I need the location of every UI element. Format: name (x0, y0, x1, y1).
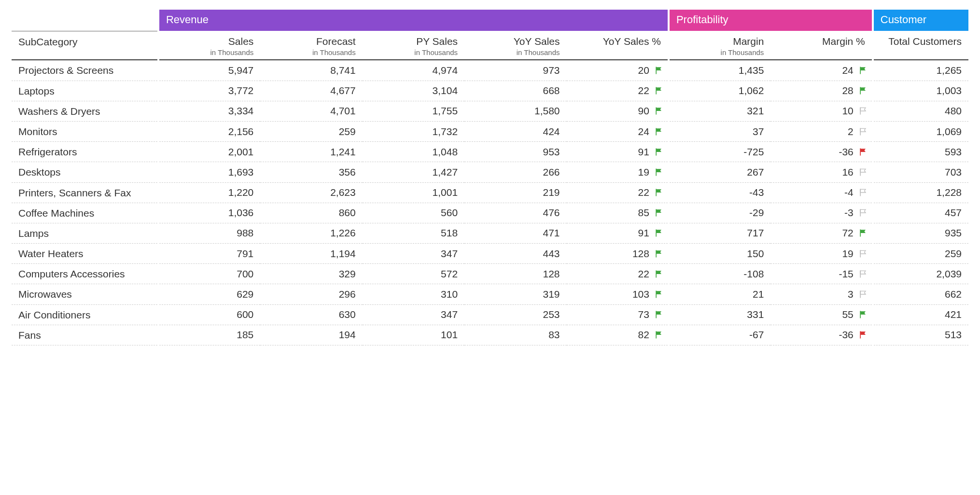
table-row[interactable]: Water Heaters7911,19434744312815019259 (12, 244, 968, 264)
flag-icon (858, 289, 868, 299)
cell-margin-pct: -36 (770, 142, 872, 162)
cell-yoy-pct: 103 (567, 284, 669, 304)
cell-subcategory: Projectors & Screens (12, 60, 158, 81)
flag-icon (858, 86, 868, 96)
cell-forecast: 860 (260, 203, 362, 223)
table-row[interactable]: Fans1851941018382-67-36513 (12, 325, 968, 345)
cell-forecast: 4,677 (260, 81, 362, 101)
cell-yoy-pct: 85 (567, 203, 669, 223)
flag-icon (858, 188, 868, 197)
cell-customers: 259 (873, 244, 968, 264)
column-header-margin-pct[interactable]: Margin % (770, 31, 872, 60)
cell-margin: 21 (669, 284, 770, 304)
cell-sales: 700 (158, 264, 260, 284)
cell-margin: 1,435 (669, 60, 770, 81)
flag-icon (654, 249, 664, 259)
cell-yoy-sales: 128 (464, 264, 566, 284)
cell-py-sales: 1,048 (363, 142, 464, 162)
flag-icon (654, 310, 664, 319)
column-header-yoy-sales[interactable]: YoY Salesin Thousands (464, 31, 566, 60)
cell-margin: 37 (669, 121, 770, 141)
cell-yoy-pct: 91 (567, 142, 669, 162)
cell-customers: 1,265 (873, 60, 968, 81)
flag-icon (654, 269, 664, 279)
cell-customers: 421 (873, 304, 968, 325)
flag-icon (654, 66, 664, 75)
cell-yoy-sales: 83 (464, 325, 566, 345)
cell-sales: 2,001 (158, 142, 260, 162)
cell-yoy-sales: 424 (464, 121, 566, 141)
cell-py-sales: 310 (363, 284, 464, 304)
cell-yoy-sales: 253 (464, 304, 566, 325)
flag-icon (654, 147, 664, 157)
table-row[interactable]: Desktops1,6933561,4272661926716703 (12, 162, 968, 182)
cell-yoy-sales: 266 (464, 162, 566, 182)
flag-icon (858, 310, 868, 319)
cell-sales: 1,036 (158, 203, 260, 223)
cell-forecast: 1,194 (260, 244, 362, 264)
cell-yoy-pct: 91 (567, 223, 669, 243)
cell-margin-pct: 16 (770, 162, 872, 182)
cell-subcategory: Lamps (12, 223, 158, 243)
cell-forecast: 329 (260, 264, 362, 284)
column-header-margin[interactable]: Marginin Thousands (669, 31, 770, 60)
cell-sales: 629 (158, 284, 260, 304)
cell-forecast: 296 (260, 284, 362, 304)
column-header-sales[interactable]: Salesin Thousands (158, 31, 260, 60)
cell-yoy-pct: 20 (567, 60, 669, 81)
table-row[interactable]: Laptops3,7724,6773,104668221,062281,003 (12, 81, 968, 101)
cell-yoy-pct: 128 (567, 244, 669, 264)
cell-yoy-sales: 668 (464, 81, 566, 101)
table-row[interactable]: Printers, Scanners & Fax1,2202,6231,0012… (12, 182, 968, 203)
table-row[interactable]: Air Conditioners6006303472537333155421 (12, 304, 968, 325)
cell-forecast: 630 (260, 304, 362, 325)
flag-icon (858, 167, 868, 177)
flag-icon (858, 269, 868, 279)
cell-py-sales: 1,755 (363, 101, 464, 121)
cell-forecast: 194 (260, 325, 362, 345)
cell-margin-pct: -4 (770, 182, 872, 203)
table-row[interactable]: Monitors2,1562591,732424243721,069 (12, 121, 968, 141)
column-header-py-sales[interactable]: PY Salesin Thousands (363, 31, 464, 60)
cell-subcategory: Washers & Dryers (12, 101, 158, 121)
cell-py-sales: 347 (363, 304, 464, 325)
group-header-row: Revenue Profitability Customer (12, 10, 968, 31)
flag-icon (858, 249, 868, 259)
cell-customers: 703 (873, 162, 968, 182)
flag-icon (654, 289, 664, 299)
cell-margin-pct: 28 (770, 81, 872, 101)
cell-forecast: 8,741 (260, 60, 362, 81)
table-row[interactable]: Coffee Machines1,03686056047685-29-3457 (12, 203, 968, 223)
cell-py-sales: 572 (363, 264, 464, 284)
column-header-subcategory[interactable]: SubCategory (12, 31, 158, 60)
cell-subcategory: Printers, Scanners & Fax (12, 182, 158, 203)
column-header-forecast[interactable]: Forecastin Thousands (260, 31, 362, 60)
table-row[interactable]: Microwaves629296310319103213662 (12, 284, 968, 304)
flag-icon (858, 330, 868, 340)
table-row[interactable]: Projectors & Screens5,9478,7414,97497320… (12, 60, 968, 81)
group-header-empty (12, 10, 158, 31)
group-header-revenue[interactable]: Revenue (158, 10, 669, 31)
cell-yoy-pct: 82 (567, 325, 669, 345)
table-row[interactable]: Washers & Dryers3,3344,7011,7551,5809032… (12, 101, 968, 121)
cell-yoy-sales: 476 (464, 203, 566, 223)
cell-margin: -43 (669, 182, 770, 203)
cell-subcategory: Refrigerators (12, 142, 158, 162)
cell-sales: 5,947 (158, 60, 260, 81)
cell-yoy-pct: 22 (567, 81, 669, 101)
table-row[interactable]: Refrigerators2,0011,2411,04895391-725-36… (12, 142, 968, 162)
table-row[interactable]: Lamps9881,2265184719171772935 (12, 223, 968, 243)
group-header-customer[interactable]: Customer (873, 10, 968, 31)
group-header-profitability[interactable]: Profitability (669, 10, 873, 31)
column-header-yoy-pct[interactable]: YoY Sales % (567, 31, 669, 60)
table-row[interactable]: Computers Accessories70032957212822-108-… (12, 264, 968, 284)
cell-forecast: 2,623 (260, 182, 362, 203)
cell-yoy-sales: 319 (464, 284, 566, 304)
cell-forecast: 356 (260, 162, 362, 182)
cell-customers: 1,003 (873, 81, 968, 101)
cell-subcategory: Monitors (12, 121, 158, 141)
cell-customers: 1,228 (873, 182, 968, 203)
column-header-customers[interactable]: Total Customers (873, 31, 968, 60)
cell-margin: -108 (669, 264, 770, 284)
cell-customers: 593 (873, 142, 968, 162)
